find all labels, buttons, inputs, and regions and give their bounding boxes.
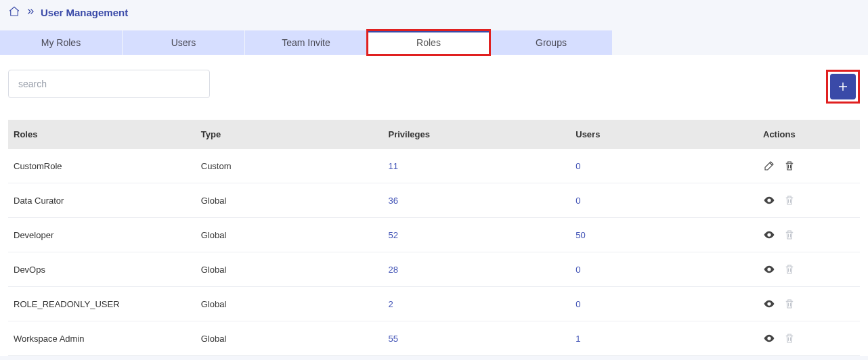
cell-actions	[758, 321, 860, 356]
cell-type: Global	[196, 218, 383, 252]
cell-users[interactable]: 0	[570, 149, 758, 183]
tab-users[interactable]: Users	[123, 30, 244, 55]
cell-privileges[interactable]: 28	[383, 252, 571, 287]
content-area: Roles Type Privileges Users Actions Cust…	[0, 55, 868, 356]
delete-icon	[783, 229, 796, 241]
delete-icon	[783, 194, 796, 206]
cell-privileges[interactable]: 36	[383, 183, 571, 218]
table-row: Workspace AdminGlobal551	[8, 321, 860, 356]
tab-team-invite[interactable]: Team Invite	[245, 30, 367, 55]
cell-users[interactable]: 0	[570, 252, 758, 287]
search-input[interactable]	[8, 70, 210, 98]
roles-table: Roles Type Privileges Users Actions Cust…	[8, 120, 860, 356]
col-header-roles: Roles	[8, 120, 196, 149]
cell-role: DevOps	[8, 252, 196, 287]
cell-privileges[interactable]: 55	[383, 321, 571, 356]
cell-actions	[758, 218, 860, 252]
col-header-actions: Actions	[758, 120, 860, 149]
chevron-double-right-icon	[26, 7, 35, 18]
cell-users[interactable]: 0	[570, 287, 758, 321]
table-row: DeveloperGlobal5250	[8, 218, 860, 252]
cell-role: Developer	[8, 218, 196, 252]
view-icon[interactable]	[763, 332, 775, 344]
edit-icon[interactable]	[763, 160, 775, 172]
cell-type: Global	[196, 287, 383, 321]
cell-users[interactable]: 0	[570, 183, 758, 218]
cell-type: Global	[196, 183, 383, 218]
cell-role: Data Curator	[8, 183, 196, 218]
view-icon[interactable]	[763, 194, 775, 206]
tab-bar: My Roles Users Team Invite Roles Groups	[0, 30, 868, 55]
table-row: CustomRoleCustom110	[8, 149, 860, 183]
toolbar	[8, 70, 860, 104]
cell-actions	[758, 183, 860, 218]
cell-type: Global	[196, 321, 383, 356]
view-icon[interactable]	[763, 298, 775, 310]
delete-icon[interactable]	[783, 160, 796, 172]
cell-actions	[758, 149, 860, 183]
delete-icon	[783, 298, 796, 310]
add-button-highlight	[826, 70, 860, 104]
view-icon[interactable]	[763, 263, 775, 275]
delete-icon	[783, 332, 796, 344]
view-icon[interactable]	[763, 229, 775, 241]
col-header-type: Type	[196, 120, 383, 149]
cell-privileges[interactable]: 52	[383, 218, 571, 252]
delete-icon	[783, 263, 796, 275]
cell-privileges[interactable]: 11	[383, 149, 571, 183]
cell-role: CustomRole	[8, 149, 196, 183]
table-row: DevOpsGlobal280	[8, 252, 860, 287]
col-header-users: Users	[570, 120, 758, 149]
tab-roles[interactable]: Roles	[368, 30, 490, 55]
tab-groups[interactable]: Groups	[490, 30, 612, 55]
cell-actions	[758, 287, 860, 321]
home-icon[interactable]	[8, 5, 20, 20]
tab-my-roles[interactable]: My Roles	[0, 30, 122, 55]
add-role-button[interactable]	[830, 74, 856, 99]
cell-type: Global	[196, 252, 383, 287]
cell-users[interactable]: 50	[570, 218, 758, 252]
cell-actions	[758, 252, 860, 287]
cell-role: Workspace Admin	[8, 321, 196, 356]
cell-privileges[interactable]: 2	[383, 287, 571, 321]
cell-type: Custom	[196, 149, 383, 183]
cell-users[interactable]: 1	[570, 321, 758, 356]
cell-role: ROLE_READONLY_USER	[8, 287, 196, 321]
breadcrumb: User Management	[0, 0, 868, 30]
page-title: User Management	[41, 7, 128, 18]
col-header-privileges: Privileges	[383, 120, 571, 149]
table-row: ROLE_READONLY_USERGlobal20	[8, 287, 860, 321]
table-row: Data CuratorGlobal360	[8, 183, 860, 218]
